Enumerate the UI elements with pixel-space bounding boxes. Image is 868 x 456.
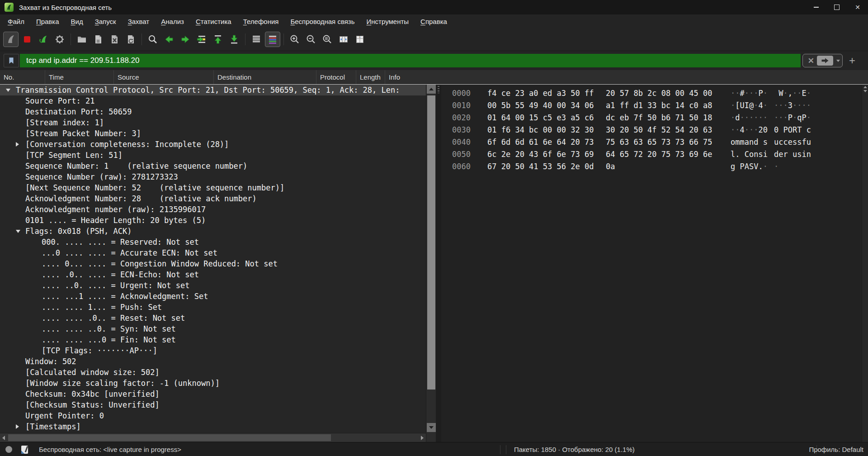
list-scroll-down-icon[interactable] <box>863 90 867 92</box>
vertical-scroll-thumb[interactable] <box>427 95 435 390</box>
detail-row[interactable]: .... ...1 .... = Acknowledgment: Set <box>0 291 426 302</box>
detail-row[interactable]: Transmission Control Protocol, Src Port:… <box>0 85 426 95</box>
detail-row[interactable]: Sequence Number (raw): 2781273323 <box>0 171 426 182</box>
detail-row[interactable]: [Conversation completeness: Incomplete (… <box>0 139 426 150</box>
hex-row[interactable]: 003001 f6 34 bc 00 00 32 3030 20 50 4f 5… <box>441 124 862 136</box>
fit-columns-button[interactable]: 1 <box>352 32 368 47</box>
detail-row[interactable]: [Stream Packet Number: 3] <box>0 128 426 139</box>
detail-row[interactable]: Acknowledgment Number: 28 (relative ack … <box>0 193 426 204</box>
next-packet-button[interactable] <box>178 32 193 47</box>
minimize-button[interactable] <box>806 0 826 14</box>
display-filter-input[interactable]: tcp and ip.addr == 209.51.188.20 <box>20 54 801 67</box>
find-packet-button[interactable] <box>145 32 160 47</box>
scroll-up-button[interactable] <box>427 85 436 94</box>
pane-splitter[interactable] <box>436 85 441 442</box>
menu-item-wireless[interactable]: Беспроводная связь <box>284 16 360 27</box>
packet-details-pane[interactable]: Transmission Control Protocol, Src Port:… <box>0 85 426 433</box>
zoom-out-button[interactable] <box>303 32 319 47</box>
resize-columns-button[interactable] <box>336 32 351 47</box>
detail-row[interactable]: ...0 .... .... = Accurate ECN: Not set <box>0 247 426 258</box>
start-capture-button[interactable] <box>3 32 19 47</box>
scroll-right-icon[interactable] <box>421 436 424 440</box>
menu-item-edit[interactable]: Правка <box>30 16 65 27</box>
detail-row[interactable]: Checksum: 0x34bc [unverified] <box>0 389 426 399</box>
list-scroll-up-icon[interactable] <box>863 86 867 88</box>
details-horizontal-scrollbar[interactable] <box>0 433 426 442</box>
detail-row[interactable]: Window: 502 <box>0 356 426 367</box>
detail-row[interactable]: [Window size scaling factor: -1 (unknown… <box>0 378 426 389</box>
scroll-down-button[interactable] <box>427 423 436 432</box>
column-header-source[interactable]: Source <box>114 70 214 84</box>
apply-filter-button[interactable] <box>817 56 833 66</box>
column-header-info[interactable]: Info <box>385 70 868 84</box>
last-packet-button[interactable] <box>226 32 242 47</box>
menu-item-file[interactable]: Файл <box>2 16 30 27</box>
detail-row[interactable]: .... .... 1... = Push: Set <box>0 302 426 313</box>
hex-dump-pane[interactable]: 0000f4 ce 23 a0 ed a3 50 ff20 57 8b 2c 0… <box>441 85 862 442</box>
scroll-left-icon[interactable] <box>2 436 5 440</box>
detail-row[interactable]: Flags: 0x018 (PSH, ACK) <box>0 226 426 237</box>
column-header-destination[interactable]: Destination <box>214 70 316 84</box>
column-header-time[interactable]: Time <box>45 70 114 84</box>
collapse-arrow-icon[interactable] <box>16 230 20 233</box>
hex-row[interactable]: 00506c 2e 20 43 6f 6e 73 6964 65 72 20 7… <box>441 148 862 161</box>
detail-row[interactable]: .... .... ...0 = Fin: Not set <box>0 334 426 345</box>
column-header-protocol[interactable]: Protocol <box>316 70 356 84</box>
detail-row[interactable]: [Calculated window size: 502] <box>0 367 426 378</box>
menu-item-capture[interactable]: Захват <box>122 16 156 27</box>
detail-row[interactable]: [TCP Segment Len: 51] <box>0 150 426 161</box>
menu-item-analyze[interactable]: Анализ <box>155 16 190 27</box>
zoom-in-button[interactable] <box>287 32 302 47</box>
close-file-button[interactable] <box>107 32 122 47</box>
detail-row[interactable]: Source Port: 21 <box>0 95 426 106</box>
expert-info-icon[interactable] <box>5 446 12 453</box>
previous-packet-button[interactable] <box>161 32 177 47</box>
packet-list-scrollbar[interactable] <box>862 85 868 442</box>
detail-row[interactable]: 0101 .... = Header Length: 20 bytes (5) <box>0 215 426 226</box>
go-to-packet-button[interactable] <box>194 32 209 47</box>
horizontal-scroll-thumb[interactable] <box>8 434 331 441</box>
menu-item-statistics[interactable]: Статистика <box>190 16 237 27</box>
detail-row[interactable]: [TCP Flags: ·······AP···] <box>0 345 426 356</box>
hex-row[interactable]: 0000f4 ce 23 a0 ed a3 50 ff20 57 8b 2c 0… <box>441 87 862 100</box>
restart-capture-button[interactable] <box>36 32 51 47</box>
expand-arrow-icon[interactable] <box>16 142 19 147</box>
detail-row[interactable]: .... .0.. .... = ECN-Echo: Not set <box>0 269 426 280</box>
menu-item-help[interactable]: Справка <box>415 16 453 27</box>
expand-arrow-icon[interactable] <box>16 424 19 429</box>
open-file-button[interactable] <box>74 32 90 47</box>
menu-item-telephony[interactable]: Телефония <box>237 16 285 27</box>
filter-dropdown-icon[interactable] <box>836 60 840 62</box>
column-header-no[interactable]: No. <box>0 70 45 84</box>
hex-row[interactable]: 00406f 6d 6d 61 6e 64 20 7375 63 63 65 7… <box>441 136 862 148</box>
zoom-reset-button[interactable] <box>320 32 335 47</box>
detail-row[interactable]: [Checksum Status: Unverified] <box>0 399 426 410</box>
maximize-button[interactable] <box>826 0 847 14</box>
menu-item-go[interactable]: Запуск <box>89 16 122 27</box>
capture-comment-icon[interactable] <box>21 446 28 454</box>
detail-row[interactable]: [Next Sequence Number: 52 (relative sequ… <box>0 182 426 193</box>
detail-row[interactable]: Urgent Pointer: 0 <box>0 410 426 421</box>
detail-row[interactable]: Sequence Number: 1 (relative sequence nu… <box>0 161 426 171</box>
profile-text[interactable]: Профиль: Default <box>809 446 863 453</box>
colorize-packets-button[interactable] <box>265 32 280 47</box>
menu-item-view[interactable]: Вид <box>65 16 89 27</box>
reload-file-button[interactable] <box>123 32 138 47</box>
hex-row[interactable]: 006067 20 50 41 53 56 2e 0d0ag PASV.·· <box>441 161 862 173</box>
capture-options-button[interactable] <box>52 32 67 47</box>
auto-scroll-button[interactable] <box>249 32 264 47</box>
save-file-button[interactable] <box>90 32 106 47</box>
detail-row[interactable]: Acknowledgment number (raw): 2135996017 <box>0 204 426 215</box>
column-header-length[interactable]: Length <box>356 70 385 84</box>
detail-row[interactable]: [Stream index: 1] <box>0 117 426 128</box>
clear-filter-button[interactable]: ✕ <box>805 56 817 66</box>
detail-row[interactable]: Destination Port: 50659 <box>0 106 426 117</box>
detail-row[interactable]: .... 0... .... = Congestion Window Reduc… <box>0 258 426 269</box>
collapse-arrow-icon[interactable] <box>6 89 10 92</box>
add-filter-button[interactable]: + <box>849 55 855 66</box>
menu-item-tools[interactable]: Инструменты <box>361 16 415 27</box>
filter-bookmark-button[interactable] <box>4 54 19 67</box>
hex-row[interactable]: 001000 5b 55 49 40 00 34 06a1 ff d1 33 b… <box>441 100 862 112</box>
first-packet-button[interactable] <box>210 32 226 47</box>
detail-row[interactable]: .... .... ..0. = Syn: Not set <box>0 323 426 334</box>
